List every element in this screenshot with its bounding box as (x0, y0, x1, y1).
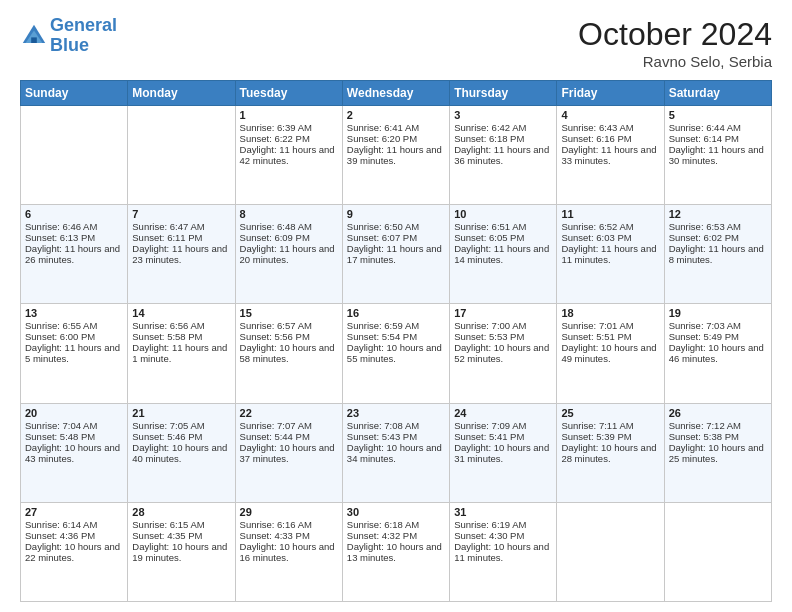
day-number: 4 (561, 109, 659, 121)
day-cell: 26 Sunrise: 7:12 AM Sunset: 5:38 PM Dayl… (664, 403, 771, 502)
daylight-text: Daylight: 10 hours and 13 minutes. (347, 541, 442, 563)
sunrise-text: Sunrise: 6:41 AM (347, 122, 419, 133)
logo-blue: Blue (50, 35, 89, 55)
day-cell: 21 Sunrise: 7:05 AM Sunset: 5:46 PM Dayl… (128, 403, 235, 502)
daylight-text: Daylight: 10 hours and 28 minutes. (561, 442, 656, 464)
daylight-text: Daylight: 11 hours and 30 minutes. (669, 144, 764, 166)
day-header-monday: Monday (128, 81, 235, 106)
sunrise-text: Sunrise: 7:01 AM (561, 320, 633, 331)
day-number: 30 (347, 506, 445, 518)
day-cell: 18 Sunrise: 7:01 AM Sunset: 5:51 PM Dayl… (557, 304, 664, 403)
day-cell: 11 Sunrise: 6:52 AM Sunset: 6:03 PM Dayl… (557, 205, 664, 304)
sunrise-text: Sunrise: 7:12 AM (669, 420, 741, 431)
day-cell: 1 Sunrise: 6:39 AM Sunset: 6:22 PM Dayli… (235, 106, 342, 205)
sunrise-text: Sunrise: 7:00 AM (454, 320, 526, 331)
day-number: 25 (561, 407, 659, 419)
daylight-text: Daylight: 10 hours and 37 minutes. (240, 442, 335, 464)
week-row-2: 6 Sunrise: 6:46 AM Sunset: 6:13 PM Dayli… (21, 205, 772, 304)
sunrise-text: Sunrise: 6:42 AM (454, 122, 526, 133)
day-number: 14 (132, 307, 230, 319)
day-header-tuesday: Tuesday (235, 81, 342, 106)
daylight-text: Daylight: 10 hours and 49 minutes. (561, 342, 656, 364)
day-cell: 25 Sunrise: 7:11 AM Sunset: 5:39 PM Dayl… (557, 403, 664, 502)
day-cell: 29 Sunrise: 6:16 AM Sunset: 4:33 PM Dayl… (235, 502, 342, 601)
sunset-text: Sunset: 5:44 PM (240, 431, 310, 442)
daylight-text: Daylight: 11 hours and 42 minutes. (240, 144, 335, 166)
daylight-text: Daylight: 11 hours and 14 minutes. (454, 243, 549, 265)
day-number: 31 (454, 506, 552, 518)
page: General Blue October 2024 Ravno Selo, Se… (0, 0, 792, 612)
daylight-text: Daylight: 10 hours and 55 minutes. (347, 342, 442, 364)
day-cell: 7 Sunrise: 6:47 AM Sunset: 6:11 PM Dayli… (128, 205, 235, 304)
daylight-text: Daylight: 10 hours and 19 minutes. (132, 541, 227, 563)
day-cell (557, 502, 664, 601)
day-cell: 22 Sunrise: 7:07 AM Sunset: 5:44 PM Dayl… (235, 403, 342, 502)
day-number: 29 (240, 506, 338, 518)
sunrise-text: Sunrise: 6:51 AM (454, 221, 526, 232)
day-cell: 19 Sunrise: 7:03 AM Sunset: 5:49 PM Dayl… (664, 304, 771, 403)
daylight-text: Daylight: 11 hours and 1 minute. (132, 342, 227, 364)
daylight-text: Daylight: 11 hours and 5 minutes. (25, 342, 120, 364)
sunset-text: Sunset: 6:02 PM (669, 232, 739, 243)
sunset-text: Sunset: 5:43 PM (347, 431, 417, 442)
sunset-text: Sunset: 6:05 PM (454, 232, 524, 243)
day-cell: 20 Sunrise: 7:04 AM Sunset: 5:48 PM Dayl… (21, 403, 128, 502)
day-header-friday: Friday (557, 81, 664, 106)
day-cell: 14 Sunrise: 6:56 AM Sunset: 5:58 PM Dayl… (128, 304, 235, 403)
sunrise-text: Sunrise: 6:57 AM (240, 320, 312, 331)
day-cell: 4 Sunrise: 6:43 AM Sunset: 6:16 PM Dayli… (557, 106, 664, 205)
daylight-text: Daylight: 10 hours and 16 minutes. (240, 541, 335, 563)
logo-general: General (50, 15, 117, 35)
sunset-text: Sunset: 4:30 PM (454, 530, 524, 541)
day-number: 5 (669, 109, 767, 121)
daylight-text: Daylight: 11 hours and 17 minutes. (347, 243, 442, 265)
sunset-text: Sunset: 6:07 PM (347, 232, 417, 243)
sunset-text: Sunset: 5:39 PM (561, 431, 631, 442)
sunset-text: Sunset: 6:22 PM (240, 133, 310, 144)
sunrise-text: Sunrise: 7:09 AM (454, 420, 526, 431)
day-cell: 8 Sunrise: 6:48 AM Sunset: 6:09 PM Dayli… (235, 205, 342, 304)
header: General Blue October 2024 Ravno Selo, Se… (20, 16, 772, 70)
sunrise-text: Sunrise: 6:48 AM (240, 221, 312, 232)
sunset-text: Sunset: 4:33 PM (240, 530, 310, 541)
day-number: 7 (132, 208, 230, 220)
sunrise-text: Sunrise: 6:39 AM (240, 122, 312, 133)
daylight-text: Daylight: 10 hours and 46 minutes. (669, 342, 764, 364)
day-number: 22 (240, 407, 338, 419)
day-cell: 15 Sunrise: 6:57 AM Sunset: 5:56 PM Dayl… (235, 304, 342, 403)
sunrise-text: Sunrise: 6:44 AM (669, 122, 741, 133)
sunrise-text: Sunrise: 6:47 AM (132, 221, 204, 232)
sunrise-text: Sunrise: 7:07 AM (240, 420, 312, 431)
location: Ravno Selo, Serbia (578, 53, 772, 70)
day-cell: 12 Sunrise: 6:53 AM Sunset: 6:02 PM Dayl… (664, 205, 771, 304)
day-number: 27 (25, 506, 123, 518)
sunrise-text: Sunrise: 6:43 AM (561, 122, 633, 133)
day-cell: 23 Sunrise: 7:08 AM Sunset: 5:43 PM Dayl… (342, 403, 449, 502)
logo-icon (20, 22, 48, 50)
day-number: 19 (669, 307, 767, 319)
day-cell: 13 Sunrise: 6:55 AM Sunset: 6:00 PM Dayl… (21, 304, 128, 403)
sunset-text: Sunset: 6:14 PM (669, 133, 739, 144)
day-number: 12 (669, 208, 767, 220)
day-cell: 16 Sunrise: 6:59 AM Sunset: 5:54 PM Dayl… (342, 304, 449, 403)
daylight-text: Daylight: 10 hours and 31 minutes. (454, 442, 549, 464)
day-cell: 27 Sunrise: 6:14 AM Sunset: 4:36 PM Dayl… (21, 502, 128, 601)
day-header-sunday: Sunday (21, 81, 128, 106)
days-header-row: SundayMondayTuesdayWednesdayThursdayFrid… (21, 81, 772, 106)
day-number: 28 (132, 506, 230, 518)
day-cell: 31 Sunrise: 6:19 AM Sunset: 4:30 PM Dayl… (450, 502, 557, 601)
sunrise-text: Sunrise: 6:52 AM (561, 221, 633, 232)
daylight-text: Daylight: 11 hours and 39 minutes. (347, 144, 442, 166)
logo: General Blue (20, 16, 117, 56)
sunrise-text: Sunrise: 7:08 AM (347, 420, 419, 431)
sunrise-text: Sunrise: 6:15 AM (132, 519, 204, 530)
sunrise-text: Sunrise: 7:05 AM (132, 420, 204, 431)
sunrise-text: Sunrise: 7:03 AM (669, 320, 741, 331)
day-cell: 9 Sunrise: 6:50 AM Sunset: 6:07 PM Dayli… (342, 205, 449, 304)
day-number: 17 (454, 307, 552, 319)
sunset-text: Sunset: 5:53 PM (454, 331, 524, 342)
day-number: 10 (454, 208, 552, 220)
day-number: 8 (240, 208, 338, 220)
daylight-text: Daylight: 10 hours and 58 minutes. (240, 342, 335, 364)
day-number: 16 (347, 307, 445, 319)
